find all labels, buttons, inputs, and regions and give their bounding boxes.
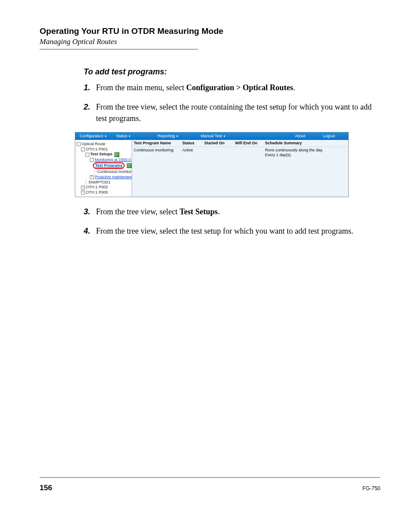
- document-code: FG-750: [362, 485, 380, 492]
- menu-logout[interactable]: Logout: [318, 134, 348, 139]
- tree-item-continuous-monitoring[interactable]: -Continuous monitorin: [77, 169, 132, 175]
- chevron-down-icon: ▼: [176, 135, 179, 138]
- tree-item-oth1-p002[interactable]: +OTH:1 P002: [77, 185, 132, 190]
- tree-panel: -Optical Route -OTH:1 P001 -Test Setups …: [75, 140, 132, 196]
- step-number: 3.: [84, 206, 96, 217]
- col-status: Status: [182, 141, 204, 146]
- chevron-down-icon: ▼: [128, 135, 131, 138]
- chevron-down-icon: ▼: [223, 135, 226, 138]
- step-4: 4. From the tree view, select the test s…: [84, 225, 380, 237]
- content-panel: Test Program Name Status Started On Will…: [132, 140, 348, 196]
- menu-configuration[interactable]: Configuration▼: [75, 134, 111, 139]
- menu-reporting[interactable]: Reporting▼: [153, 134, 183, 139]
- menu-about[interactable]: About: [291, 134, 319, 139]
- table-row[interactable]: Continuous monitoring Active Runs contin…: [132, 147, 348, 158]
- document-icon: [114, 152, 119, 157]
- chevron-down-icon: ▼: [104, 135, 107, 138]
- step-text: From the tree view, select the test setu…: [96, 225, 380, 237]
- step-2: 2. From the tree view, select the route …: [84, 101, 380, 124]
- expand-icon[interactable]: +: [81, 186, 85, 190]
- step-text: From the tree view, select Test Setups.: [96, 206, 380, 217]
- menubar: Configuration▼ Status▼ Reporting▼ Manual…: [75, 132, 348, 140]
- tree-item-test-setups[interactable]: -Test Setups: [77, 152, 132, 157]
- cell-will-end-on: [235, 148, 265, 158]
- page-number: 156: [40, 484, 52, 492]
- expand-icon[interactable]: +: [81, 191, 85, 194]
- menu-status[interactable]: Status▼: [111, 134, 135, 139]
- step-3: 3. From the tree view, select Test Setup…: [84, 206, 380, 217]
- collapse-icon[interactable]: -: [90, 158, 94, 162]
- step-1: 1. From the main menu, select Configurat…: [84, 82, 380, 93]
- collapse-icon[interactable]: -: [77, 142, 81, 146]
- app-screenshot: Configuration▼ Status▼ Reporting▼ Manual…: [75, 132, 349, 197]
- collapse-icon[interactable]: -: [81, 147, 85, 151]
- step-text: From the tree view, select the route con…: [96, 101, 380, 124]
- header-rule: [40, 49, 198, 50]
- expand-icon[interactable]: +: [90, 175, 94, 179]
- chapter-title: Operating Your RTU in OTDR Measuring Mod…: [40, 26, 380, 36]
- tree-item-monitoring-1550[interactable]: -Monitoring at 1550.0 nm: [77, 157, 132, 162]
- collapse-icon[interactable]: -: [85, 153, 89, 157]
- tree-item-oth1-p001[interactable]: -OTH:1 P001: [77, 147, 132, 152]
- tree-item-snmptod1[interactable]: -SNMPTOD1: [77, 180, 132, 185]
- step-number: 2.: [84, 101, 96, 113]
- tree-item-oth1-p005[interactable]: +OTH:1 P005: [77, 190, 132, 195]
- document-icon: [127, 163, 132, 168]
- tree-item-proactive-maintenance[interactable]: +Proactive maintenance at: [77, 174, 132, 180]
- tree-root[interactable]: -Optical Route: [77, 141, 132, 147]
- col-will-end-on: Will End On: [235, 141, 265, 146]
- grid-header: Test Program Name Status Started On Will…: [132, 140, 348, 147]
- cell-schedule-summary: Runs continuously along the day. Every 1…: [265, 148, 346, 158]
- col-schedule-summary: Schedule Summary: [265, 141, 346, 146]
- col-test-program-name: Test Program Name: [134, 141, 182, 146]
- cell-status: Active: [182, 148, 204, 158]
- step-number: 1.: [84, 82, 96, 93]
- section-title: Managing Optical Routes: [40, 37, 380, 46]
- cell-started-on: [204, 148, 235, 158]
- cell-name: Continuous monitoring: [134, 148, 182, 158]
- tree-item-test-programs[interactable]: Test Programs: [77, 162, 132, 169]
- step-number: 4.: [84, 225, 96, 237]
- procedure-heading: To add test programs:: [84, 67, 380, 77]
- menu-manual-test[interactable]: Manual Test▼: [196, 134, 230, 139]
- step-text: From the main menu, select Configuration…: [96, 82, 380, 93]
- callout-circle: Test Programs: [93, 162, 125, 169]
- footer-rule: [40, 477, 380, 478]
- col-started-on: Started On: [204, 141, 235, 146]
